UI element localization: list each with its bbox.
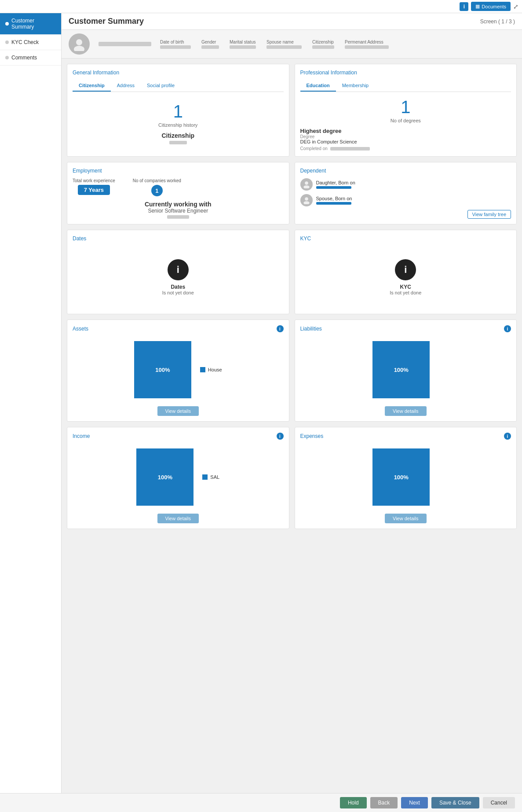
row-emp-dep: Employment Total work experience 7 Years… — [67, 162, 517, 224]
income-header: Income i — [73, 433, 284, 440]
assets-pie-chart: 100% — [134, 341, 191, 398]
info-icon[interactable]: i — [460, 2, 468, 11]
profile-field-dob: Date of birth — [160, 40, 191, 49]
income-info-icon[interactable]: i — [277, 433, 284, 440]
profile-field-marital: Marital status — [230, 40, 256, 49]
tab-citizenship[interactable]: Citizenship — [73, 80, 111, 92]
liabilities-info-icon[interactable]: i — [504, 325, 511, 332]
income-legend-dot — [202, 474, 208, 480]
income-legend-item-sal: SAL — [202, 474, 219, 480]
assets-title: Assets — [73, 326, 88, 332]
assets-chart-container: 100% House — [73, 337, 284, 403]
income-card: Income i 100% SAL — [67, 427, 289, 529]
liabilities-header: Liabilities i — [300, 325, 511, 332]
profile-field-address: Permenant Address — [345, 40, 389, 49]
kyc-not-done-title: KYC — [400, 284, 411, 290]
tab-address[interactable]: Address — [111, 80, 141, 92]
documents-button[interactable]: ▦ Documents — [471, 2, 511, 11]
expenses-view-details-button[interactable]: View details — [385, 514, 427, 523]
sidebar-dot — [5, 56, 9, 59]
liabilities-chart-container: 100% — [300, 337, 511, 403]
income-view-details-button[interactable]: View details — [157, 514, 199, 523]
citizenship-count-label: Citizenship history — [73, 122, 284, 128]
view-family-tree-button[interactable]: View family tree — [467, 210, 511, 219]
hold-button[interactable]: Hold — [340, 797, 367, 808]
emp-exp-badge: 7 Years — [78, 185, 110, 195]
profile-field-gender: Gender — [201, 40, 219, 49]
expenses-card: Expenses i 100% View details — [295, 427, 517, 529]
assets-view-details-button[interactable]: View details — [157, 406, 199, 416]
dates-info-circle: i — [168, 259, 189, 280]
job-title: Senior Software Engineer — [148, 208, 208, 214]
top-bar: i ▦ Documents ⤢ — [0, 0, 522, 13]
profile-bar: Date of birth Gender Marital status Spou… — [62, 30, 522, 59]
emp-stats-row: Total work experience 7 Years No of comp… — [73, 178, 284, 196]
expenses-chart-container: 100% — [300, 444, 511, 510]
avatar — [69, 33, 90, 55]
next-button[interactable]: Next — [401, 797, 428, 808]
dep-item-spouse: Spouse, Born on — [300, 194, 511, 206]
emp-current-content: Currently working with Senior Software E… — [73, 201, 284, 219]
assets-info-icon[interactable]: i — [277, 325, 284, 332]
dep-info-daughter: Daughter, Born on — [316, 180, 511, 189]
expand-icon[interactable]: ⤢ — [513, 3, 518, 10]
sidebar-item-kyc-check[interactable]: KYC Check — [0, 35, 61, 50]
citizenship-bar — [169, 141, 187, 144]
cancel-button[interactable]: Cancel — [483, 797, 515, 808]
liabilities-view-details-button[interactable]: View details — [385, 406, 427, 416]
degree-section: Highest degree Degree DEG in Computer Sc… — [300, 128, 511, 151]
sidebar-item-comments[interactable]: Comments — [0, 50, 61, 66]
tab-social-profile[interactable]: Social profile — [141, 80, 181, 92]
assets-legend-dot — [200, 367, 205, 372]
assets-header: Assets i — [73, 325, 284, 332]
sidebar: Customer Summary KYC Check Comments — [0, 13, 62, 812]
kyc-card: KYC i KYC Is not yet done — [295, 230, 517, 314]
assets-legend: House — [200, 367, 222, 372]
main-content: Customer Summary Screen ( 1 / 3 ) Date o… — [62, 13, 522, 812]
kyc-info-circle: i — [395, 259, 416, 280]
footer-bar: Hold Back Next Save & Close Cancel — [0, 793, 522, 812]
general-info-title: General Information — [73, 70, 284, 76]
dep-name-spouse: Spouse, Born on — [316, 196, 511, 201]
dob-value — [160, 45, 191, 49]
marital-value — [230, 45, 256, 49]
dependent-card: Dependent Daughter, Born on — [295, 162, 517, 224]
degree-sub: Degree — [300, 134, 511, 139]
tab-membership[interactable]: Membership — [336, 80, 375, 92]
professional-info-title: Professional Information — [300, 70, 511, 76]
assets-card: Assets i 100% Hous — [67, 320, 289, 422]
dep-item-daughter: Daughter, Born on — [300, 178, 511, 191]
sidebar-item-customer-summary[interactable]: Customer Summary — [0, 13, 61, 35]
assets-chart-value: 100% — [155, 367, 170, 373]
svg-point-2 — [305, 181, 308, 185]
dep-avatar-spouse — [300, 194, 313, 206]
emp-companies-col: No of companies worked 1 — [133, 178, 181, 196]
dates-not-done-title: Dates — [171, 284, 185, 290]
professional-info-tabs: Education Membership — [300, 80, 511, 92]
emp-companies-badge: 1 — [151, 185, 163, 196]
income-chart-value: 100% — [158, 474, 172, 481]
page-header: Customer Summary Screen ( 1 / 3 ) — [62, 13, 522, 30]
liabilities-pie-chart: 100% — [372, 341, 430, 398]
completed-label: Completed on — [300, 146, 328, 151]
income-legend: SAL — [202, 474, 219, 480]
expenses-pie-chart: 100% — [372, 448, 430, 506]
citizenship-count: 1 — [73, 102, 284, 121]
save-close-button[interactable]: Save & Close — [431, 797, 479, 808]
back-button[interactable]: Back — [370, 797, 398, 808]
view-family-btn-container: View family tree — [300, 210, 511, 219]
kyc-not-done-sub: Is not yet done — [390, 290, 421, 295]
company-bar — [167, 215, 189, 219]
content-grid: General Information Citizenship Address … — [62, 59, 522, 561]
row-dates-kyc: Dates i Dates Is not yet done KYC i KYC … — [67, 230, 517, 314]
expenses-chart-value: 100% — [394, 474, 409, 481]
degrees-label: No of degrees — [300, 118, 511, 123]
page-title: Customer Summary — [69, 17, 144, 26]
tab-education[interactable]: Education — [300, 80, 336, 92]
expenses-info-icon[interactable]: i — [504, 433, 511, 440]
row-info: General Information Citizenship Address … — [67, 64, 517, 157]
dates-title: Dates — [73, 235, 284, 242]
customer-name-bar — [99, 42, 151, 46]
row-assets-liab: Assets i 100% Hous — [67, 320, 517, 422]
employment-card: Employment Total work experience 7 Years… — [67, 162, 289, 224]
